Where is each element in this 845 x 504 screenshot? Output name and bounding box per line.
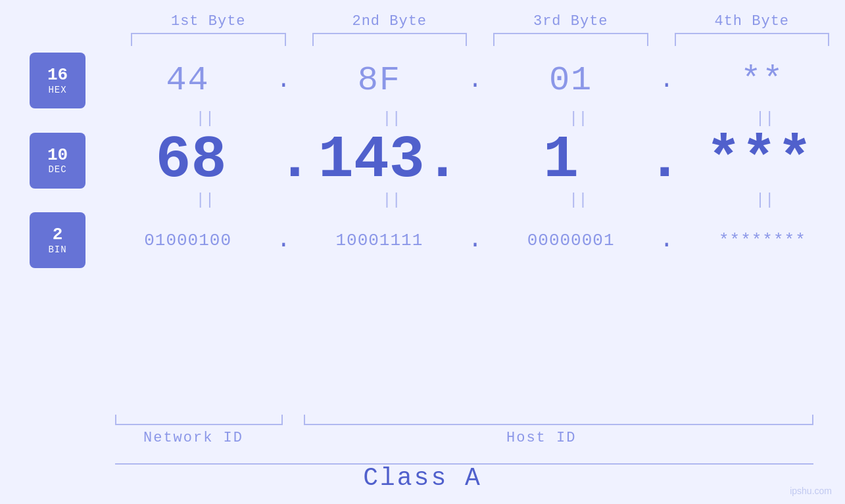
bin-badge-label: BIN <box>48 244 66 255</box>
byte-headers: 1st Byte 2nd Byte 3rd Byte 4th Byte <box>131 13 829 33</box>
bin-byte4: ******** <box>680 231 845 250</box>
dec-badge: 10 DEC <box>30 133 85 189</box>
host-id-label: Host ID <box>506 430 576 446</box>
equals-row-2: || || || || <box>0 191 845 209</box>
dec-byte4: *** <box>673 131 845 190</box>
dec-byte1: 68 <box>105 131 277 190</box>
eq2-b4: || <box>685 191 845 209</box>
eq1-b4: || <box>685 110 845 127</box>
bin-dot3: . <box>654 227 680 254</box>
class-label: Class A <box>363 464 482 492</box>
hex-badge-number: 16 <box>47 66 68 85</box>
dec-byte3: 1 <box>475 131 647 190</box>
bin-dot2: . <box>462 227 489 254</box>
byte1-header: 1st Byte <box>131 13 286 33</box>
eq2-b2: || <box>312 191 472 209</box>
dec-values: 68 . 143. 1 . *** <box>105 131 845 190</box>
bin-badge: 2 BIN <box>30 212 85 268</box>
top-brackets <box>131 33 829 46</box>
hex-dot2: . <box>462 67 489 94</box>
equals-values-1: || || || || <box>125 110 845 127</box>
outer-bracket <box>115 451 813 465</box>
bin-byte3: 00000001 <box>489 231 654 250</box>
network-id-bracket <box>115 412 283 425</box>
main-container: 1st Byte 2nd Byte 3rd Byte 4th Byte 16 H… <box>0 0 845 504</box>
bracket-byte3 <box>493 33 648 46</box>
hex-row: 16 HEX 44 . 8F . 01 . ** <box>0 53 845 108</box>
bin-row: 2 BIN 01000100 . 10001111 . 00000001 . *… <box>0 212 845 268</box>
eq1-b2: || <box>312 110 472 127</box>
hex-byte1: 44 <box>105 61 270 100</box>
bin-byte1: 01000100 <box>105 231 270 250</box>
eq1-b3: || <box>498 110 659 127</box>
hex-values: 44 . 8F . 01 . ** <box>105 61 845 100</box>
bracket-byte2 <box>312 33 468 46</box>
equals-values-2: || || || || <box>125 191 845 209</box>
hex-dot3: . <box>654 67 680 94</box>
dec-dot3: . <box>647 131 673 190</box>
network-id-label: Network ID <box>143 430 243 446</box>
eq2-b3: || <box>498 191 659 209</box>
hex-byte2: 8F <box>297 61 462 100</box>
hex-badge-label: HEX <box>48 85 66 95</box>
bin-dot1: . <box>270 227 297 254</box>
bin-values: 01000100 . 10001111 . 00000001 . *******… <box>105 227 845 254</box>
watermark: ipshu.com <box>790 486 832 496</box>
host-id-bracket <box>304 412 813 425</box>
byte4-header: 4th Byte <box>675 13 830 33</box>
eq2-b1: || <box>125 191 285 209</box>
hex-dot1: . <box>270 67 297 94</box>
dec-badge-number: 10 <box>47 146 68 165</box>
bracket-byte1 <box>131 33 286 46</box>
hex-badge: 16 HEX <box>30 53 85 108</box>
bin-badge-number: 2 <box>53 225 63 244</box>
hex-byte3: 01 <box>489 61 654 100</box>
hex-byte4: ** <box>680 61 845 100</box>
byte3-header: 3rd Byte <box>493 13 648 33</box>
dec-byte2: 143. <box>303 131 475 190</box>
dec-badge-label: DEC <box>48 164 66 175</box>
dec-row: 10 DEC 68 . 143. 1 . *** <box>0 131 845 190</box>
equals-row-1: || || || || <box>0 110 845 127</box>
dec-dot1: . <box>277 131 303 190</box>
bin-byte2: 10001111 <box>297 231 462 250</box>
bracket-byte4 <box>675 33 830 46</box>
eq1-b1: || <box>125 110 285 127</box>
byte2-header: 2nd Byte <box>312 13 468 33</box>
